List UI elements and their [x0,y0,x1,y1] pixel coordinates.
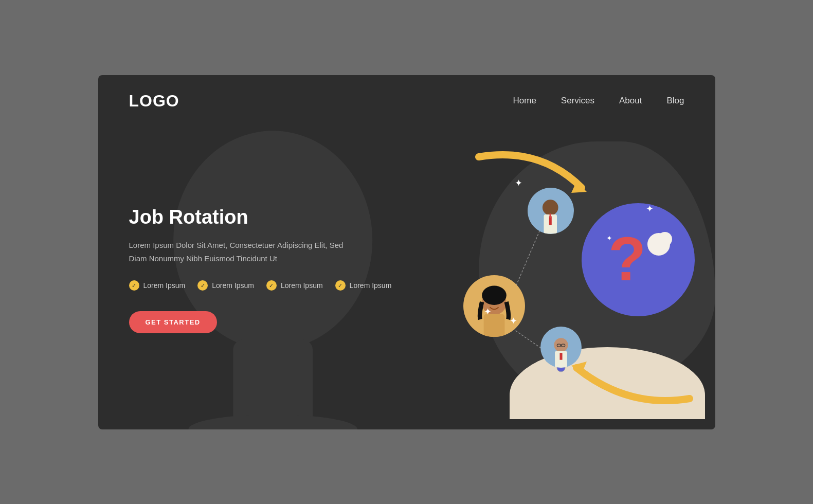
question-circle: ? [582,203,695,316]
sparkle-2-icon: ✦ [646,203,654,214]
head-silhouette-icon [98,121,438,429]
svg-rect-1 [233,339,313,429]
sparkle-4-icon: ✦ [510,315,517,327]
svg-text:?: ? [608,224,646,293]
avatar-left [463,275,525,337]
checklist-item-2: ✓ Lorem Ipsum [197,280,254,291]
check-icon-2: ✓ [197,280,208,291]
person-left-icon [468,284,520,337]
checklist-item-3: ✓ Lorem Ipsum [266,280,323,291]
checklist-label-4: Lorem Ipsum [350,281,392,290]
arrow-bottom-icon [566,347,700,409]
svg-point-12 [543,200,558,215]
svg-rect-18 [483,314,504,336]
svg-point-17 [482,285,507,304]
svg-point-27 [658,232,672,246]
sparkle-3-icon: ✦ [484,306,492,317]
checklist-label-2: Lorem Ipsum [212,281,254,290]
person-top-icon [531,194,570,234]
sparkle-1-icon: ✦ [515,177,522,189]
nav-item-blog[interactable]: Blog [666,96,684,106]
arrow-top-icon [468,147,592,208]
checklist-label-1: Lorem Ipsum [143,281,186,290]
check-icon-4: ✓ [335,280,346,291]
left-section: Job Rotation Lorem Ipsum Dolor Sit Amet,… [98,121,438,429]
checklist-item-1: ✓ Lorem Ipsum [129,280,186,291]
avatar-bottom [540,327,582,368]
svg-point-2 [188,414,357,429]
nav-item-about[interactable]: About [619,96,642,106]
svg-point-19 [554,338,568,352]
svg-rect-15 [550,213,551,218]
header: LOGO Home Services About Blog [98,75,715,121]
question-mark-icon: ? [592,213,684,306]
check-icon-3: ✓ [266,280,277,291]
svg-rect-21 [559,353,562,360]
nav-item-home[interactable]: Home [513,96,536,106]
hero-description: Lorem Ipsum Dolor Sit Amet, Consectetuer… [129,239,345,265]
check-icon-1: ✓ [129,280,139,291]
main-content: Job Rotation Lorem Ipsum Dolor Sit Amet,… [98,121,715,429]
sparkle-5-icon: ✦ [606,234,612,242]
navigation: Home Services About Blog [513,96,684,106]
logo: LOGO [129,92,179,111]
get-started-button[interactable]: GET STARTED [129,311,217,333]
checklist-label-3: Lorem Ipsum [281,281,323,290]
hero-title: Job Rotation [129,206,407,228]
checklist-item-4: ✓ Lorem Ipsum [335,280,392,291]
person-bottom-icon [544,333,579,368]
illustration: ? ✦ ✦ ✦ ✦ ✦ [448,131,705,419]
page-wrapper: LOGO Home Services About Blog Job Rotati… [98,75,715,429]
right-section: ? ✦ ✦ ✦ ✦ ✦ [438,121,715,429]
checklist: ✓ Lorem Ipsum ✓ Lorem Ipsum ✓ Lorem Ipsu… [129,280,407,291]
avatar-top [528,188,574,234]
nav-item-services[interactable]: Services [561,96,594,106]
